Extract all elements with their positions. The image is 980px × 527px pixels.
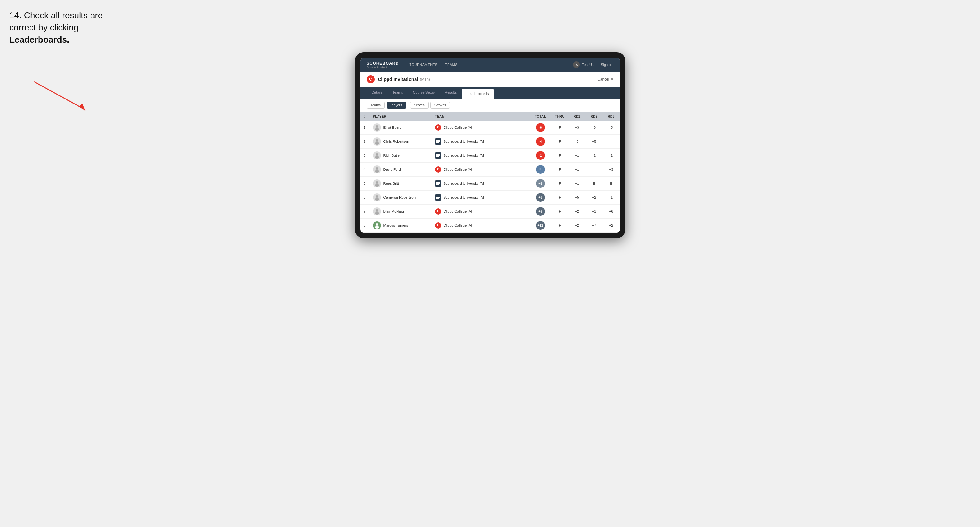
cell-rd1: +1 [568,162,585,176]
cell-pos: 4 [361,162,370,176]
cell-rd3: +3 [603,162,620,176]
cell-rd3: +6 [603,204,620,218]
team-name: Scoreboard University [A] [444,195,484,199]
col-rd1: RD1 [568,112,585,121]
player-avatar [373,124,381,132]
score-badge: +6 [536,193,545,202]
user-name: Test User | [582,63,598,67]
arrow-annotation [25,79,93,113]
sign-out-link[interactable]: Sign out [601,63,613,67]
cell-team: Scoreboard University [A] [432,176,530,190]
player-avatar [373,179,381,187]
cell-rd2: -2 [585,148,603,162]
cell-pos: 7 [361,204,370,218]
cell-rd1: -5 [568,134,585,148]
table-row: 1 Elliot Ebert C Clippd College [A] -8 F… [361,121,620,135]
filter-teams-button[interactable]: Teams [367,102,385,108]
player-avatar [373,194,381,202]
svg-point-5 [375,142,379,144]
logo-area: SCOREBOARD Powered by clippd [367,61,399,68]
cell-player: Chris Robertson [370,134,432,148]
team-logo-clippd: C [435,222,441,229]
table-row: 7 Blair McHarg C Clippd College [A] +9 F… [361,204,620,218]
filter-players-button[interactable]: Players [387,102,406,108]
player-avatar [373,151,381,159]
player-name: Rich Butler [383,154,401,157]
score-badge: +9 [536,207,545,216]
score-badge: -2 [536,151,545,160]
player-name: Chris Robertson [383,140,409,143]
nav-tournaments[interactable]: TOURNAMENTS [406,62,441,68]
svg-point-10 [376,181,378,184]
team-logo-scoreboard [435,138,441,144]
filter-bar: Teams Players Scores Strokes [361,98,620,112]
col-team: TEAM [432,112,530,121]
player-name: Cameron Robertson [383,195,416,199]
cell-player: David Ford [370,162,432,176]
player-name: Marcus Turners [383,224,408,227]
svg-point-8 [376,167,378,170]
table-row: 3 Rich Butler Scoreboard University [A] … [361,148,620,162]
tournament-icon: C [367,75,375,83]
team-name: Clippd College [A] [444,168,472,171]
team-name: Scoreboard University [A] [444,154,484,157]
cell-total: +1 [530,176,551,190]
cell-player: Marcus Turners [370,218,432,232]
score-badge: -8 [536,123,545,132]
filter-strokes-button[interactable]: Strokes [430,102,450,108]
cell-pos: 8 [361,218,370,232]
score-badge: E [536,165,545,174]
tab-teams[interactable]: Teams [388,87,408,98]
cell-rd2: +2 [585,190,603,204]
cell-rd2: +7 [585,218,603,232]
cell-thru: F [551,134,568,148]
instruction-block: 14. Check all results are correct by cli… [10,10,124,46]
cell-thru: F [551,162,568,176]
tab-leaderboards[interactable]: Leaderboards [461,89,493,98]
svg-point-11 [375,184,379,187]
cell-player: Rich Butler [370,148,432,162]
cell-pos: 5 [361,176,370,190]
player-avatar [373,165,381,173]
tab-results[interactable]: Results [440,87,461,98]
tablet-frame: SCOREBOARD Powered by clippd TOURNAMENTS… [355,52,625,238]
cell-total: -4 [530,134,551,148]
tab-details[interactable]: Details [367,87,388,98]
player-name: David Ford [383,168,401,171]
tab-course-setup[interactable]: Course Setup [408,87,440,98]
team-logo-scoreboard [435,194,441,200]
cell-rd2: +1 [585,204,603,218]
cell-pos: 6 [361,190,370,204]
team-logo-clippd: C [435,166,441,173]
cell-total: -8 [530,121,551,135]
score-badge: -4 [536,137,545,146]
cell-rd3: -1 [603,148,620,162]
cell-team: C Clippd College [A] [432,204,530,218]
cell-player: Cameron Robertson [370,190,432,204]
instruction-text: 14. Check all results are correct by cli… [10,10,124,46]
nav-bar: SCOREBOARD Powered by clippd TOURNAMENTS… [361,58,620,71]
cell-thru: F [551,218,568,232]
filter-scores-button[interactable]: Scores [410,102,429,108]
cell-pos: 3 [361,148,370,162]
cell-rd3: -5 [603,121,620,135]
cell-rd1: +1 [568,176,585,190]
table-row: 8 Marcus Turners C Clippd College [A] +1… [361,218,620,232]
cancel-button[interactable]: Cancel ✕ [597,77,613,81]
svg-point-12 [376,195,378,198]
svg-point-14 [376,209,378,212]
team-name: Scoreboard University [A] [444,140,484,143]
nav-links: TOURNAMENTS TEAMS [406,62,573,68]
col-rd3: RD3 [603,112,620,121]
cell-total: +9 [530,204,551,218]
cell-total: -2 [530,148,551,162]
team-logo-clippd: C [435,208,441,214]
nav-teams[interactable]: TEAMS [442,62,461,68]
cell-player: Rees Britt [370,176,432,190]
cell-rd3: -1 [603,190,620,204]
cell-thru: F [551,148,568,162]
cell-rd2: E [585,176,603,190]
close-icon: ✕ [611,77,614,81]
team-logo-scoreboard [435,152,441,159]
svg-point-13 [375,198,379,200]
